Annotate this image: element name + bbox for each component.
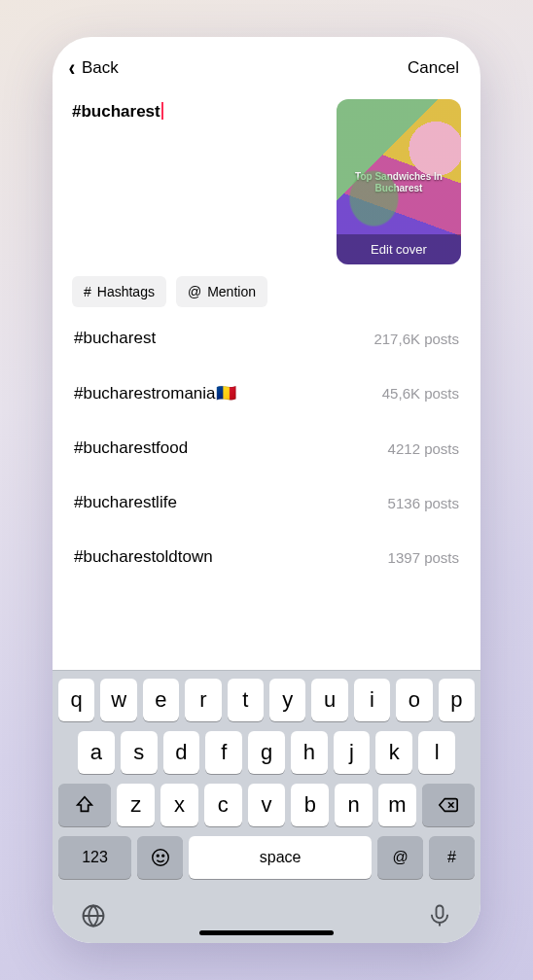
key-a[interactable]: a <box>78 731 115 774</box>
caption-text: #bucharest <box>72 99 163 122</box>
cancel-button[interactable]: Cancel <box>408 58 459 78</box>
hashtags-chip[interactable]: # Hashtags <box>72 276 166 307</box>
suggestion-tag: #bucharest <box>74 329 156 348</box>
suggestion-tag: #bucharestromania🇷🇴 <box>74 383 236 403</box>
key-y[interactable]: y <box>269 679 305 721</box>
key-u[interactable]: u <box>311 679 347 721</box>
at-icon: @ <box>188 284 201 299</box>
key-o[interactable]: o <box>396 679 432 721</box>
key-l[interactable]: l <box>418 731 455 774</box>
hash-icon: # <box>84 284 91 299</box>
key-x[interactable]: x <box>160 784 198 826</box>
hashtags-chip-label: Hashtags <box>97 284 155 299</box>
back-button[interactable]: ‹ Back <box>68 56 119 80</box>
key-numbers[interactable]: 123 <box>58 836 131 879</box>
compose-row: #bucharest Top Sandwiches In Bucharest E… <box>53 86 480 264</box>
emoji-icon <box>150 847 171 868</box>
shift-icon <box>74 794 95 816</box>
key-k[interactable]: k <box>375 731 412 774</box>
globe-icon <box>80 902 107 929</box>
key-g[interactable]: g <box>248 731 285 774</box>
keyboard-row-3: z x c v b n m <box>58 784 475 826</box>
caption-input[interactable]: #bucharest <box>72 99 323 264</box>
suggestion-count: 45,6K posts <box>382 385 459 402</box>
chevron-left-icon: ‹ <box>69 56 76 80</box>
dictation-button[interactable] <box>426 902 453 929</box>
suggestion-item[interactable]: #bucharestoldtown 1397 posts <box>53 530 480 584</box>
key-m[interactable]: m <box>378 784 416 826</box>
key-t[interactable]: t <box>228 679 264 721</box>
microphone-icon <box>426 902 453 929</box>
home-indicator[interactable] <box>199 930 334 935</box>
globe-button[interactable] <box>80 902 107 929</box>
caption-value: #bucharest <box>72 102 160 122</box>
suggestion-item[interactable]: #bucharestlife 5136 posts <box>53 475 480 530</box>
mention-chip[interactable]: @ Mention <box>176 276 267 307</box>
key-f[interactable]: f <box>205 731 242 774</box>
suggestion-tag: #bucharestoldtown <box>74 547 213 567</box>
suggestion-count: 4212 posts <box>388 440 459 457</box>
key-space[interactable]: space <box>189 836 372 879</box>
text-caret <box>161 102 163 120</box>
phone-frame: ‹ Back Cancel #bucharest Top Sandwiches … <box>53 37 480 943</box>
cover-overlay-title: Top Sandwiches In Bucharest <box>337 171 461 194</box>
keyboard-row-4: 123 space @ # <box>58 836 475 879</box>
key-r[interactable]: r <box>185 679 221 721</box>
key-i[interactable]: i <box>354 679 390 721</box>
key-hash[interactable]: # <box>429 836 475 879</box>
key-backspace[interactable] <box>422 784 475 826</box>
key-w[interactable]: w <box>100 679 136 721</box>
suggestion-item[interactable]: #bucharestromania🇷🇴 45,6K posts <box>53 366 480 421</box>
key-c[interactable]: c <box>204 784 242 826</box>
keyboard: q w e r t y u i o p a s d f g h j k l z <box>53 670 480 943</box>
key-n[interactable]: n <box>335 784 373 826</box>
svg-point-1 <box>157 855 159 857</box>
keyboard-row-1: q w e r t y u i o p <box>58 679 475 721</box>
key-h[interactable]: h <box>291 731 328 774</box>
key-v[interactable]: v <box>248 784 286 826</box>
key-z[interactable]: z <box>117 784 155 826</box>
suggestion-count: 1397 posts <box>388 549 459 566</box>
key-emoji[interactable] <box>137 836 183 879</box>
keyboard-row-2: a s d f g h j k l <box>58 731 475 774</box>
backspace-icon <box>438 794 459 816</box>
key-j[interactable]: j <box>334 731 371 774</box>
svg-point-2 <box>161 855 163 857</box>
suggestion-tag: #bucharestlife <box>74 493 177 512</box>
key-d[interactable]: d <box>163 731 200 774</box>
key-s[interactable]: s <box>121 731 158 774</box>
svg-rect-4 <box>437 906 444 919</box>
edit-cover-button[interactable]: Edit cover <box>337 234 461 264</box>
key-q[interactable]: q <box>58 679 94 721</box>
key-at[interactable]: @ <box>377 836 423 879</box>
video-cover-thumbnail[interactable]: Top Sandwiches In Bucharest Edit cover <box>337 99 461 264</box>
suggestion-count: 217,6K posts <box>373 331 459 347</box>
key-e[interactable]: e <box>143 679 179 721</box>
chips-row: # Hashtags @ Mention <box>53 264 480 307</box>
mention-chip-label: Mention <box>207 284 256 299</box>
suggestion-tag: #bucharestfood <box>74 438 188 458</box>
suggestion-item[interactable]: #bucharest 217,6K posts <box>53 311 480 366</box>
key-b[interactable]: b <box>291 784 329 826</box>
svg-point-0 <box>152 850 168 866</box>
back-label: Back <box>82 58 119 78</box>
key-p[interactable]: p <box>439 679 475 721</box>
suggestion-count: 5136 posts <box>388 495 459 511</box>
hashtag-suggestions-list: #bucharest 217,6K posts #bucharestromani… <box>53 307 480 670</box>
suggestion-item[interactable]: #bucharestfood 4212 posts <box>53 421 480 475</box>
nav-bar: ‹ Back Cancel <box>53 37 480 86</box>
key-shift[interactable] <box>58 784 111 826</box>
